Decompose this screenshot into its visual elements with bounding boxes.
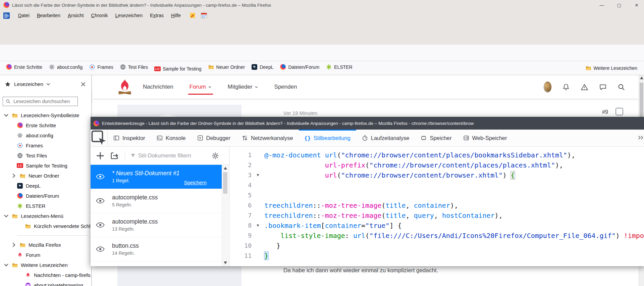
forum-nav-nachrichten[interactable]: Nachrichten [143, 75, 173, 99]
sidebar-bookmark-item[interactable]: Test Files [0, 150, 91, 160]
devtools-tab-netzwerkanalyse[interactable]: Netzwerkanalyse [236, 130, 299, 146]
bookmark-item[interactable]: ELSTER [323, 63, 356, 71]
chat-icon[interactable] [599, 83, 607, 91]
chevron-down-icon[interactable] [46, 82, 51, 87]
bookmark-item[interactable]: Dateien/Forum [277, 63, 323, 71]
sidebar-bookmark-item[interactable]: LCSample for Testing [0, 160, 91, 171]
bookmark-item[interactable]: Frames [86, 63, 116, 71]
pick-element-button[interactable] [91, 130, 108, 146]
sidebar-bookmark-item[interactable]: Lesezeichen-Symbolleiste [0, 110, 91, 120]
word-app-icon[interactable] [3, 12, 10, 19]
bell-icon[interactable] [562, 83, 570, 91]
close-button[interactable]: ✕ [634, 2, 639, 8]
line-number: 8▼ [229, 221, 260, 231]
visibility-eye-icon[interactable] [96, 222, 105, 228]
sidebar-close-icon[interactable] [80, 81, 87, 88]
forum-nav-forum[interactable]: Forum [190, 75, 212, 99]
sidebar-bookmark-item[interactable]: Lesezeichen-Menü [0, 211, 91, 221]
sidebar-bookmark-item[interactable]: Kürzlich verwendete Schla [0, 221, 91, 231]
bookmark-item[interactable]: Neuer Ordner [205, 63, 249, 71]
sidebar-title[interactable]: Lesezeichen [14, 81, 43, 87]
scroll-up-arrow-icon[interactable] [640, 77, 643, 79]
sidebar-bookmark-item[interactable]: Mozilla Firefox [0, 240, 91, 250]
scrollbar-thumb[interactable] [640, 83, 643, 120]
chevron-right-icon[interactable] [11, 242, 17, 248]
multiquote-checkbox[interactable] [615, 108, 623, 115]
more-tabs-chevron-icon[interactable] [637, 134, 644, 141]
sidebar-search-input[interactable] [13, 98, 71, 104]
devtools-tab-konsole[interactable]: Konsole [151, 130, 192, 146]
minimize-button[interactable]: — [599, 2, 604, 8]
options-gear-icon[interactable] [212, 152, 219, 159]
campfire-logo-icon[interactable] [117, 79, 132, 95]
css-code[interactable]: @-moz-document url("chrome://browser/con… [264, 150, 644, 261]
visibility-eye-icon[interactable] [96, 174, 105, 180]
fold-arrow-icon[interactable]: ▼ [257, 170, 259, 180]
chevron-down-icon [255, 85, 258, 89]
other-bookmarks-folder[interactable]: Weitere Lesezeichen [586, 65, 637, 71]
scroll-up-arrow-icon[interactable] [224, 167, 227, 170]
search-icon[interactable] [618, 83, 625, 91]
sidebar-bookmark-item[interactable]: Dateien/Forum [0, 191, 91, 201]
save-link[interactable]: Speichern [184, 180, 207, 185]
bookmark-item[interactable]: Test Files [117, 63, 151, 71]
sidebar-bookmark-item[interactable]: Forum [0, 250, 91, 260]
line-number: 6 [229, 200, 260, 210]
new-stylesheet-button[interactable] [96, 151, 105, 160]
sidebar-bookmark-item[interactable]: about:privatebrowsing [0, 280, 91, 286]
scroll-down-arrow-icon[interactable] [224, 261, 227, 264]
stylesheet-item[interactable]: autocomplete.css5 Regeln. [91, 189, 222, 213]
sidebar-bookmark-item[interactable]: Frames [0, 140, 91, 150]
chevron-down-icon[interactable] [3, 112, 9, 118]
menu-bearbeiten[interactable]: Bearbeiten [33, 12, 64, 19]
bookmark-item[interactable]: DeepL [248, 63, 277, 71]
warning-icon[interactable] [581, 83, 588, 91]
sidebar-bookmark-item[interactable]: Neuer Ordner [0, 171, 91, 181]
bookmark-item[interactable]: about:config [46, 63, 86, 71]
chevron-down-icon[interactable] [3, 213, 9, 219]
sidebar-bookmark-item[interactable]: Erste Schritte [0, 120, 91, 130]
devtools-tab-debugger[interactable]: Debugger [192, 130, 236, 146]
menu-chronik[interactable]: Chronik [88, 12, 112, 19]
stylesheet-item[interactable]: button.css14 Regeln. [91, 237, 222, 261]
menu-hilfe[interactable]: Hilfe [167, 12, 184, 19]
devtools-tab-stilbearbeitung[interactable]: {}Stilbearbeitung [299, 130, 356, 146]
bookmark-item[interactable]: Erste Schritte [3, 63, 46, 71]
sidebar-bookmark-item[interactable]: Weitere Lesezeichen [0, 260, 91, 270]
devtools-tab-laufzeitanalyse[interactable]: Laufzeitanalyse [356, 130, 415, 146]
maximize-button[interactable]: ▢ [616, 2, 622, 8]
stylesheet-item[interactable]: * Neues Stil-Dokument #11 Regel.Speicher… [91, 165, 222, 189]
scrollbar-thumb[interactable] [223, 172, 227, 194]
devtools-tab-web-speicher[interactable]: Web-Speicher [458, 130, 513, 146]
visibility-eye-icon[interactable] [96, 198, 105, 204]
devtools-tab-inspektor[interactable]: Inspektor [108, 130, 151, 146]
stylesheet-item[interactable]: autocomplete.css13 Regeln. [91, 213, 222, 237]
sidebar-bookmark-item[interactable]: DeepL [0, 181, 91, 191]
stylesheet-list-scrollbar[interactable] [222, 165, 229, 266]
calendar-icon[interactable] [201, 12, 207, 19]
menu-ansicht[interactable]: Ansicht [64, 12, 88, 19]
post-number[interactable]: #9 [602, 109, 608, 115]
sidebar-bookmark-item[interactable]: Nachrichten - camp-firefo... [0, 270, 91, 280]
visibility-eye-icon[interactable] [96, 246, 105, 252]
menu-datei[interactable]: Datei [14, 12, 33, 19]
fold-arrow-icon[interactable]: ▼ [257, 221, 259, 231]
bookmark-label: Dateien/Forum [288, 64, 319, 70]
menu-extras[interactable]: Extras [146, 12, 167, 19]
bookmark-item[interactable]: LCSample for Testing [151, 65, 205, 73]
import-stylesheet-button[interactable] [110, 151, 119, 160]
code-line: treechildren::-moz-tree-image(title, con… [264, 200, 644, 210]
sidebar-bookmark-item[interactable]: ELSTER [0, 201, 91, 211]
css-source-editor[interactable]: 123▼45678▼91011 @-moz-document url("chro… [229, 147, 644, 266]
avatar[interactable] [544, 83, 551, 91]
devtools-tab-speicher[interactable]: Speicher [415, 130, 457, 146]
notes-icon[interactable] [189, 12, 196, 19]
chevron-right-icon[interactable] [11, 173, 17, 179]
sidebar-bookmark-item[interactable]: about:config [0, 130, 91, 140]
forum-nav-mitglieder[interactable]: Mitglieder [228, 75, 258, 99]
chevron-down-icon[interactable] [3, 262, 9, 268]
stylesheet-filter[interactable]: Stil-Dokumente filtern [125, 151, 191, 161]
forum-nav-spenden[interactable]: Spenden [274, 75, 297, 99]
menu-lesezeichen[interactable]: Lesezeichen [112, 12, 146, 19]
sidebar-search-box[interactable] [3, 97, 78, 106]
